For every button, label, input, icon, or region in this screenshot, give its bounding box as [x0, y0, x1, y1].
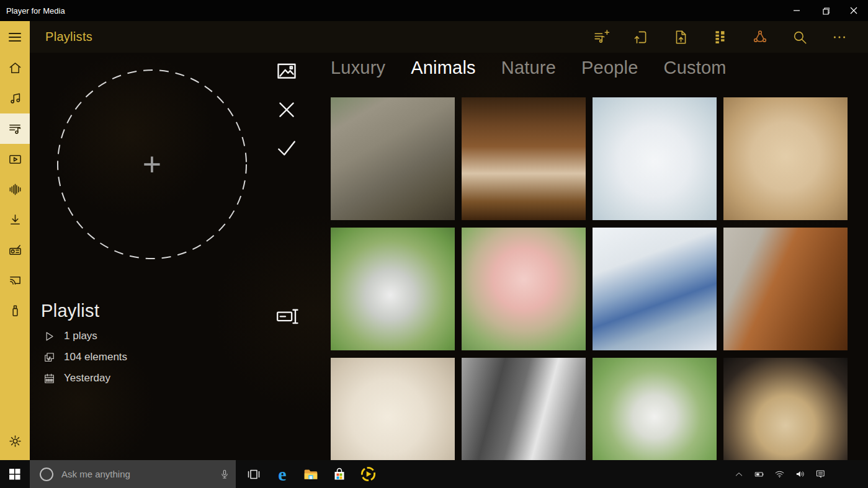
window-title: Player for Media: [6, 6, 65, 16]
grid-image-tabby-cat-with-kitten[interactable]: [331, 97, 455, 220]
confirm-button[interactable]: [275, 137, 298, 159]
windows-logo-icon: [9, 469, 20, 480]
sidebar-item-music[interactable]: [0, 83, 30, 113]
player-for-media-window: Player for Media: [0, 0, 868, 488]
playlist-stat-elements: 104 elements: [41, 351, 302, 363]
sidebar-item-downloads[interactable]: [0, 205, 30, 235]
grid-image-cavalier-spaniel-puppy[interactable]: [462, 97, 586, 220]
rename-playlist-button[interactable]: [275, 304, 299, 328]
checkmark-icon: [275, 137, 298, 159]
add-file-button[interactable]: [661, 21, 700, 53]
cast-icon: [8, 273, 22, 288]
sidebar-item-cast[interactable]: [0, 265, 30, 296]
category-tabs: Luxury Animals Nature People Custom: [331, 58, 727, 78]
sidebar-item-settings[interactable]: [0, 426, 30, 456]
action-center-icon: [815, 469, 826, 479]
content-area: + Playlist 1 plays 104 elements: [30, 53, 868, 460]
microsoft-store-button[interactable]: [325, 460, 354, 488]
store-icon: [332, 467, 347, 482]
grid-image-chestnut-horse[interactable]: [723, 228, 848, 350]
wifi-button[interactable]: [769, 460, 790, 488]
sidebar-item-radio[interactable]: [0, 235, 30, 265]
tab-animals[interactable]: Animals: [411, 58, 476, 78]
cancel-button[interactable]: [275, 99, 298, 121]
tab-luxury[interactable]: Luxury: [331, 58, 385, 78]
sidebar: [0, 21, 30, 460]
cortana-search-box[interactable]: [30, 460, 236, 488]
playlist-cover-dropzone[interactable]: [56, 68, 248, 260]
close-button[interactable]: [839, 0, 868, 21]
restore-icon: [821, 7, 830, 15]
usb-drive-icon: [8, 304, 22, 318]
set-cover-image-button[interactable]: [275, 60, 298, 82]
command-bar: [581, 21, 859, 53]
rename-icon: [275, 304, 299, 328]
share-button[interactable]: [740, 21, 780, 53]
sidebar-item-videos[interactable]: [0, 144, 30, 174]
add-playlist-icon: [593, 29, 610, 45]
grid-image-blue-jay[interactable]: [593, 228, 717, 350]
more-button[interactable]: [820, 21, 859, 53]
tab-people[interactable]: People: [581, 58, 638, 78]
microphone-button[interactable]: [213, 460, 236, 488]
maximize-button[interactable]: [811, 0, 839, 21]
tiles-view-button[interactable]: [700, 21, 740, 53]
tab-custom[interactable]: Custom: [664, 58, 727, 78]
volume-button[interactable]: [790, 460, 810, 488]
playlist-stat-date: Yesterday: [41, 372, 302, 384]
tab-nature[interactable]: Nature: [501, 58, 556, 78]
search-input[interactable]: [61, 469, 213, 479]
grid-image-husky-puppy[interactable]: [331, 228, 455, 350]
grid-image-white-horse[interactable]: [462, 358, 586, 460]
date-label: Yesterday: [64, 372, 110, 384]
equalizer-icon: [8, 182, 22, 197]
search-button[interactable]: [780, 21, 820, 53]
grid-image-pug-closeup[interactable]: [723, 358, 848, 460]
editor-actions: [275, 60, 298, 175]
import-icon: [633, 29, 649, 45]
action-center-button[interactable]: [810, 460, 831, 488]
grid-image-piglet[interactable]: [462, 228, 586, 350]
grid-image-white-maltese-puppy[interactable]: [593, 97, 717, 220]
edge-browser-button[interactable]: e: [268, 460, 297, 488]
page-title: Playlists: [45, 30, 92, 44]
sidebar-item-home[interactable]: [0, 53, 30, 83]
sidebar-item-equalizer[interactable]: [0, 174, 30, 205]
hamburger-button[interactable]: [0, 21, 30, 53]
file-explorer-button[interactable]: [297, 460, 325, 488]
window-controls: [782, 0, 868, 21]
grid-image-french-bulldog[interactable]: [723, 97, 848, 220]
cortana-icon: [40, 468, 53, 481]
add-playlist-button[interactable]: [581, 21, 621, 53]
grid-image-hamster-on-swing[interactable]: [593, 358, 717, 460]
playlist-name: Playlist: [41, 301, 302, 321]
elements-icon: [43, 352, 55, 363]
music-notes-icon: [8, 91, 22, 105]
add-file-icon: [673, 29, 689, 45]
sidebar-item-playlists[interactable]: [0, 113, 30, 144]
elements-label: 104 elements: [64, 351, 127, 363]
radio-icon: [8, 243, 22, 257]
sidebar-spacer: [0, 326, 30, 426]
sidebar-item-usb[interactable]: [0, 296, 30, 326]
plays-label: 1 plays: [64, 330, 97, 342]
task-view-button[interactable]: [239, 460, 268, 488]
image-grid: [331, 97, 855, 460]
battery-button[interactable]: [749, 460, 769, 488]
chevron-up-icon: [734, 469, 744, 479]
minimize-button[interactable]: [782, 0, 811, 21]
speaker-icon: [794, 469, 806, 479]
system-tray: [728, 460, 831, 488]
import-playlist-button[interactable]: [621, 21, 661, 53]
start-button[interactable]: [0, 460, 30, 488]
grid-image-upside-down-kitten[interactable]: [331, 358, 455, 460]
more-icon: [831, 29, 848, 45]
image-icon: [275, 60, 298, 82]
show-hidden-icons-button[interactable]: [728, 460, 749, 488]
close-icon: [850, 7, 857, 14]
video-player-icon: [8, 152, 22, 166]
player-for-media-taskbar-button[interactable]: [354, 460, 382, 488]
gear-icon: [8, 434, 22, 448]
app-bar: Playlists: [30, 21, 868, 53]
player-app-icon: [360, 466, 377, 482]
